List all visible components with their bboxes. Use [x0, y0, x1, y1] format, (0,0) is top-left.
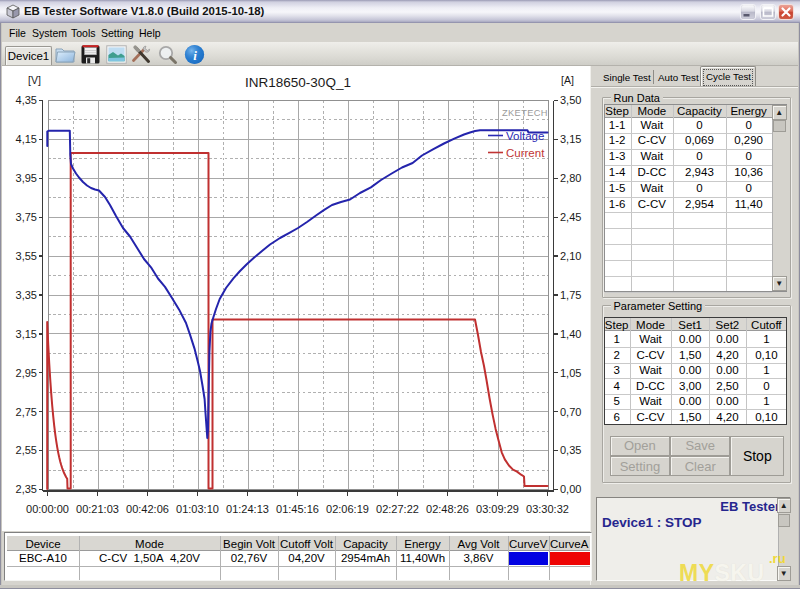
svg-text:2,35: 2,35	[16, 483, 37, 495]
svg-text:3,95: 3,95	[16, 172, 37, 184]
svg-text:02:27:22: 02:27:22	[376, 503, 419, 515]
svg-text:3,75: 3,75	[16, 211, 37, 223]
svg-text:4,35: 4,35	[16, 94, 37, 106]
svg-text:03:30:32: 03:30:32	[526, 503, 569, 515]
svg-text:3,55: 3,55	[16, 250, 37, 262]
svg-text:3,15: 3,15	[16, 328, 37, 340]
svg-text:0,00: 0,00	[560, 483, 581, 495]
svg-text:2,95: 2,95	[16, 367, 37, 379]
svg-text:3,35: 3,35	[16, 289, 37, 301]
svg-text:02:48:26: 02:48:26	[426, 503, 469, 515]
svg-text:01:24:13: 01:24:13	[226, 503, 269, 515]
svg-text:2,45: 2,45	[560, 211, 581, 223]
svg-text:00:42:06: 00:42:06	[126, 503, 169, 515]
svg-text:INR18650-30Q_1: INR18650-30Q_1	[245, 75, 351, 90]
svg-text:[V]: [V]	[28, 74, 41, 86]
svg-text:02:06:19: 02:06:19	[326, 503, 369, 515]
svg-text:3,15: 3,15	[560, 133, 581, 145]
svg-text:0,35: 0,35	[560, 444, 581, 456]
svg-text:2,75: 2,75	[16, 406, 37, 418]
svg-text:3,50: 3,50	[560, 94, 581, 106]
svg-text:ZKETECH: ZKETECH	[502, 108, 548, 118]
svg-text:01:45:16: 01:45:16	[276, 503, 319, 515]
svg-text:2,10: 2,10	[560, 250, 581, 262]
svg-text:01:03:10: 01:03:10	[176, 503, 219, 515]
svg-text:2,55: 2,55	[16, 444, 37, 456]
svg-text:1,05: 1,05	[560, 367, 581, 379]
svg-text:Current: Current	[506, 147, 545, 159]
svg-text:1,75: 1,75	[560, 289, 581, 301]
svg-text:2,80: 2,80	[560, 172, 581, 184]
svg-text:03:09:29: 03:09:29	[476, 503, 519, 515]
svg-text:1,40: 1,40	[560, 328, 581, 340]
svg-text:[A]: [A]	[561, 74, 574, 86]
svg-text:0,70: 0,70	[560, 406, 581, 418]
svg-text:4,15: 4,15	[16, 133, 37, 145]
svg-text:00:21:03: 00:21:03	[76, 503, 119, 515]
svg-text:00:00:00: 00:00:00	[26, 503, 69, 515]
